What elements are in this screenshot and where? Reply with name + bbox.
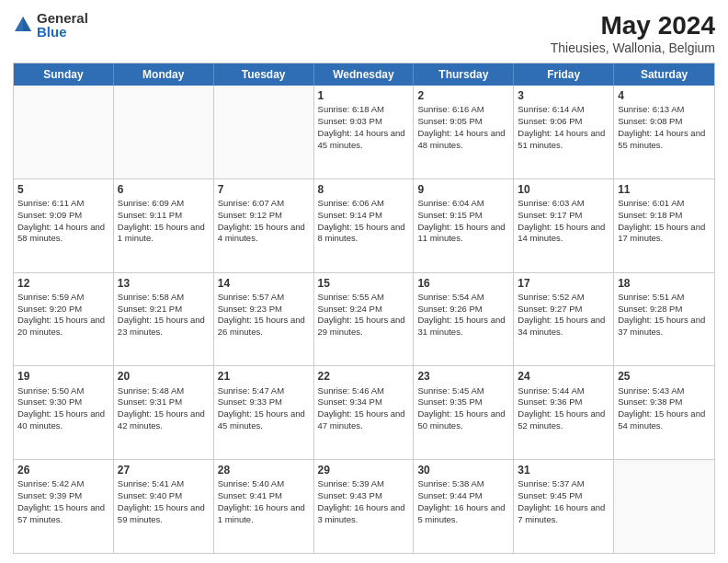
cell-sunset: Sunset: 9:23 PM bbox=[218, 304, 282, 314]
cell-daylight: Daylight: 15 hours and 1 minute. bbox=[118, 222, 205, 244]
cell-day-number: 18 bbox=[618, 276, 711, 291]
cell-daylight: Daylight: 15 hours and 34 minutes. bbox=[518, 315, 605, 337]
cell-day-number: 8 bbox=[318, 182, 410, 197]
calendar-row-5: 26Sunrise: 5:42 AMSunset: 9:39 PMDayligh… bbox=[14, 460, 714, 553]
cell-sunset: Sunset: 9:14 PM bbox=[318, 210, 382, 220]
cell-day-number: 19 bbox=[17, 369, 109, 384]
cell-sunrise: Sunrise: 5:54 AM bbox=[417, 292, 483, 302]
cell-sunset: Sunset: 9:41 PM bbox=[218, 490, 282, 500]
cell-sunrise: Sunrise: 6:07 AM bbox=[218, 198, 284, 208]
cell-day-number: 31 bbox=[518, 463, 609, 477]
cell-daylight: Daylight: 15 hours and 57 minutes. bbox=[17, 502, 105, 524]
cell-sunrise: Sunrise: 6:11 AM bbox=[17, 198, 84, 208]
cell-sunset: Sunset: 9:15 PM bbox=[417, 210, 482, 220]
cell-day-number: 20 bbox=[118, 369, 210, 384]
cell-daylight: Daylight: 16 hours and 7 minutes. bbox=[518, 502, 605, 524]
calendar-row-1: 1Sunrise: 6:18 AMSunset: 9:03 PMDaylight… bbox=[14, 86, 714, 179]
cell-day-number: 6 bbox=[118, 182, 210, 197]
cell-sunrise: Sunrise: 5:55 AM bbox=[318, 292, 384, 302]
cell-day-number: 21 bbox=[218, 369, 310, 384]
cell-day-number: 1 bbox=[318, 88, 410, 103]
cell-sunrise: Sunrise: 6:16 AM bbox=[417, 104, 483, 114]
cell-daylight: Daylight: 15 hours and 31 minutes. bbox=[417, 315, 505, 337]
calendar-cell-14: 14Sunrise: 5:57 AMSunset: 9:23 PMDayligh… bbox=[214, 273, 314, 366]
cell-sunset: Sunset: 9:11 PM bbox=[118, 210, 182, 220]
calendar-cell-13: 13Sunrise: 5:58 AMSunset: 9:21 PMDayligh… bbox=[114, 273, 214, 366]
calendar-cell-16: 16Sunrise: 5:54 AMSunset: 9:26 PMDayligh… bbox=[414, 273, 514, 366]
cell-sunrise: Sunrise: 5:42 AM bbox=[17, 478, 84, 488]
calendar-cell-2: 2Sunrise: 6:16 AMSunset: 9:05 PMDaylight… bbox=[414, 86, 514, 178]
cell-day-number: 9 bbox=[417, 182, 509, 197]
cell-sunset: Sunset: 9:34 PM bbox=[318, 396, 382, 407]
cell-sunrise: Sunrise: 6:09 AM bbox=[118, 198, 184, 208]
cell-day-number: 28 bbox=[218, 463, 310, 477]
cell-day-number: 23 bbox=[417, 369, 509, 384]
calendar-cell-24: 24Sunrise: 5:44 AMSunset: 9:36 PMDayligh… bbox=[514, 366, 614, 459]
cell-sunset: Sunset: 9:28 PM bbox=[618, 304, 682, 314]
calendar-cell-10: 10Sunrise: 6:03 AMSunset: 9:17 PMDayligh… bbox=[514, 179, 614, 272]
cell-day-number: 24 bbox=[518, 369, 609, 384]
calendar-cell-28: 28Sunrise: 5:40 AMSunset: 9:41 PMDayligh… bbox=[214, 460, 314, 553]
calendar-cell-31: 31Sunrise: 5:37 AMSunset: 9:45 PMDayligh… bbox=[514, 460, 614, 553]
cell-sunset: Sunset: 9:33 PM bbox=[218, 396, 282, 407]
cell-daylight: Daylight: 14 hours and 55 minutes. bbox=[618, 128, 705, 150]
calendar-cell-9: 9Sunrise: 6:04 AMSunset: 9:15 PMDaylight… bbox=[414, 179, 514, 272]
calendar-cell-3: 3Sunrise: 6:14 AMSunset: 9:06 PMDaylight… bbox=[514, 86, 614, 178]
cell-sunset: Sunset: 9:17 PM bbox=[518, 210, 582, 220]
cell-sunset: Sunset: 9:44 PM bbox=[417, 490, 482, 500]
cell-sunset: Sunset: 9:05 PM bbox=[417, 116, 482, 126]
cell-sunrise: Sunrise: 5:41 AM bbox=[118, 478, 184, 488]
cell-day-number: 16 bbox=[417, 276, 509, 291]
calendar-cell-21: 21Sunrise: 5:47 AMSunset: 9:33 PMDayligh… bbox=[214, 366, 314, 459]
calendar-cell-8: 8Sunrise: 6:06 AMSunset: 9:14 PMDaylight… bbox=[314, 179, 415, 272]
cell-day-number: 14 bbox=[218, 276, 310, 291]
cell-day-number: 17 bbox=[518, 276, 609, 291]
cell-sunrise: Sunrise: 5:40 AM bbox=[218, 478, 284, 488]
cell-daylight: Daylight: 14 hours and 58 minutes. bbox=[17, 222, 105, 244]
cell-sunrise: Sunrise: 5:43 AM bbox=[618, 385, 684, 396]
cell-daylight: Daylight: 15 hours and 59 minutes. bbox=[118, 502, 205, 524]
calendar-cell-empty bbox=[614, 460, 714, 553]
cell-sunrise: Sunrise: 5:57 AM bbox=[218, 292, 284, 302]
cell-day-number: 4 bbox=[618, 88, 711, 103]
cell-sunset: Sunset: 9:06 PM bbox=[518, 116, 582, 126]
cell-sunrise: Sunrise: 5:44 AM bbox=[518, 385, 584, 396]
cell-sunrise: Sunrise: 5:58 AM bbox=[118, 292, 184, 302]
calendar-row-3: 12Sunrise: 5:59 AMSunset: 9:20 PMDayligh… bbox=[14, 273, 714, 367]
calendar-cell-15: 15Sunrise: 5:55 AMSunset: 9:24 PMDayligh… bbox=[314, 273, 415, 366]
cell-sunrise: Sunrise: 5:48 AM bbox=[118, 385, 184, 396]
calendar-cell-1: 1Sunrise: 6:18 AMSunset: 9:03 PMDaylight… bbox=[314, 86, 415, 178]
cell-sunrise: Sunrise: 5:37 AM bbox=[518, 478, 584, 488]
cell-daylight: Daylight: 15 hours and 23 minutes. bbox=[118, 315, 205, 337]
cell-daylight: Daylight: 15 hours and 29 minutes. bbox=[318, 315, 405, 337]
cell-sunrise: Sunrise: 5:59 AM bbox=[17, 292, 84, 302]
cell-daylight: Daylight: 15 hours and 14 minutes. bbox=[518, 222, 605, 244]
cell-sunset: Sunset: 9:36 PM bbox=[518, 396, 582, 407]
cell-day-number: 27 bbox=[118, 463, 210, 477]
logo-text: General Blue bbox=[37, 11, 88, 39]
cell-daylight: Daylight: 15 hours and 11 minutes. bbox=[417, 222, 505, 244]
cell-daylight: Daylight: 15 hours and 47 minutes. bbox=[318, 408, 405, 431]
cell-day-number: 29 bbox=[318, 463, 410, 477]
cell-daylight: Daylight: 15 hours and 52 minutes. bbox=[518, 408, 605, 431]
header-day-wednesday: Wednesday bbox=[314, 63, 415, 86]
calendar-header: SundayMondayTuesdayWednesdayThursdayFrid… bbox=[14, 63, 714, 86]
cell-daylight: Daylight: 15 hours and 50 minutes. bbox=[417, 408, 505, 431]
header-day-saturday: Saturday bbox=[614, 63, 714, 86]
calendar-cell-23: 23Sunrise: 5:45 AMSunset: 9:35 PMDayligh… bbox=[414, 366, 514, 459]
calendar-cell-18: 18Sunrise: 5:51 AMSunset: 9:28 PMDayligh… bbox=[614, 273, 714, 366]
cell-day-number: 10 bbox=[518, 182, 609, 197]
cell-day-number: 5 bbox=[17, 182, 109, 197]
cell-daylight: Daylight: 15 hours and 20 minutes. bbox=[17, 315, 105, 337]
cell-sunrise: Sunrise: 6:06 AM bbox=[318, 198, 384, 208]
cell-daylight: Daylight: 16 hours and 3 minutes. bbox=[318, 502, 405, 524]
cell-daylight: Daylight: 14 hours and 51 minutes. bbox=[518, 128, 605, 150]
page: General Blue May 2024 Thieusies, Walloni… bbox=[0, 0, 728, 563]
cell-daylight: Daylight: 15 hours and 4 minutes. bbox=[218, 222, 305, 244]
logo: General Blue bbox=[13, 11, 88, 39]
cell-sunset: Sunset: 9:35 PM bbox=[417, 396, 482, 407]
cell-sunrise: Sunrise: 5:39 AM bbox=[318, 478, 384, 488]
cell-sunset: Sunset: 9:40 PM bbox=[118, 490, 182, 500]
cell-day-number: 3 bbox=[518, 88, 609, 103]
cell-sunrise: Sunrise: 6:13 AM bbox=[618, 104, 684, 114]
